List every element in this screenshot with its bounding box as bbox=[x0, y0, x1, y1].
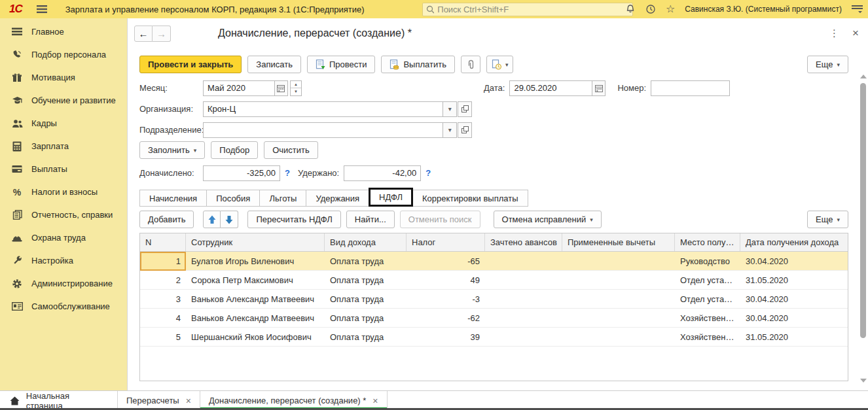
search-input[interactable] bbox=[437, 5, 629, 14]
sidebar-item-administrirovanie[interactable]: Администрирование bbox=[0, 272, 127, 295]
number-label: Номер: bbox=[617, 83, 646, 93]
scroll-up-icon[interactable] bbox=[860, 75, 867, 78]
service-menu-icon[interactable] bbox=[852, 5, 863, 14]
add-row-button[interactable]: Добавить bbox=[139, 211, 194, 228]
month-input[interactable] bbox=[203, 80, 275, 96]
sidebar-item-vyplaty[interactable]: Выплаты bbox=[0, 158, 127, 180]
table-row[interactable]: 3 Ваньков Александр Матвеевич Оплата тру… bbox=[140, 290, 848, 309]
sidebar-item-podbor-personala[interactable]: Подбор персонала bbox=[0, 43, 127, 66]
sidebar-item-otchetnost[interactable]: Отчетность, справки bbox=[0, 203, 127, 226]
column-header-income-date[interactable]: Дата получения дохода bbox=[740, 233, 848, 251]
sidebar-item-kadry[interactable]: Кадры bbox=[0, 112, 127, 135]
sidebar-item-label: Самообслуживание bbox=[31, 301, 110, 311]
home-page-tab[interactable]: Начальная страница bbox=[0, 391, 118, 410]
calendar-icon[interactable] bbox=[592, 80, 606, 96]
current-user[interactable]: Савинская З.Ю. (Системный программист) bbox=[685, 5, 842, 14]
table-more-button[interactable]: Еще▾ bbox=[807, 211, 848, 228]
tab-posobiya[interactable]: Пособия bbox=[206, 190, 260, 207]
withheld-label: Удержано: bbox=[298, 168, 339, 178]
chevron-down-icon[interactable]: ▾ bbox=[443, 122, 457, 138]
vertical-scrollbar[interactable] bbox=[859, 75, 867, 383]
accrued-input[interactable] bbox=[203, 165, 280, 181]
gear-icon bbox=[11, 279, 23, 289]
form-more-button[interactable]: Еще▾ bbox=[807, 56, 848, 73]
attachments-button[interactable] bbox=[461, 56, 480, 73]
open-item-icon[interactable] bbox=[458, 122, 472, 138]
column-header-employee[interactable]: Сотрудник bbox=[186, 233, 325, 251]
column-header-income-type[interactable]: Вид дохода bbox=[325, 233, 407, 251]
post-and-close-button[interactable]: Провести и закрыть bbox=[139, 56, 242, 73]
cancel-search-button: Отменить поиск bbox=[400, 211, 480, 228]
tab-nachisleniya[interactable]: Начисления bbox=[139, 190, 207, 207]
favorites-star-icon[interactable]: ☆ bbox=[666, 4, 675, 14]
date-label: Дата: bbox=[484, 83, 505, 93]
table-row[interactable]: 1 Булатов Игорь Виленович Оплата труда -… bbox=[140, 252, 848, 271]
step-up-icon[interactable]: ▲ bbox=[291, 81, 301, 89]
global-search[interactable] bbox=[422, 3, 633, 16]
find-button[interactable]: Найти... bbox=[346, 211, 395, 228]
notifications-bell-icon[interactable] bbox=[625, 4, 636, 14]
history-icon[interactable] bbox=[645, 4, 656, 14]
sidebar-item-motivatsiya[interactable]: Мотивация bbox=[0, 66, 127, 89]
close-tab-icon[interactable]: × bbox=[186, 396, 191, 406]
table-row[interactable]: 5 Шершанский Яков Иосифович Оплата труда… bbox=[140, 328, 848, 347]
department-input[interactable] bbox=[203, 122, 443, 138]
column-header-n[interactable]: N bbox=[140, 233, 186, 251]
history-back-button[interactable]: ← bbox=[134, 26, 153, 42]
tab-korrektirovki[interactable]: Корректировки выплаты bbox=[412, 190, 528, 207]
column-header-tax[interactable]: Налог bbox=[407, 233, 485, 251]
sidebar-item-nastroyka[interactable]: Настройка bbox=[0, 249, 127, 272]
help-icon[interactable]: ? bbox=[425, 168, 431, 178]
fill-button[interactable]: Заполнить▾ bbox=[139, 141, 205, 159]
section-panel: Главное Подбор персонала Мотивация Обуче… bbox=[0, 18, 128, 390]
move-up-button[interactable] bbox=[203, 211, 221, 228]
sidebar-item-ohrana-truda[interactable]: Охрана труда bbox=[0, 226, 127, 249]
undo-fixes-button[interactable]: Отмена исправлений▾ bbox=[494, 211, 602, 228]
window-tab-donachislenie[interactable]: Доначисление, перерасчет (создание) * × bbox=[200, 391, 388, 410]
tab-ndfl[interactable]: НДФЛ bbox=[369, 188, 413, 207]
sidebar-item-nalogi[interactable]: % Налоги и взносы bbox=[0, 180, 127, 203]
month-stepper[interactable]: ▲ ▼ bbox=[290, 80, 302, 96]
clear-button[interactable]: Очистить bbox=[264, 141, 318, 159]
help-icon[interactable]: ? bbox=[285, 168, 290, 178]
chevron-down-icon[interactable]: ▾ bbox=[443, 101, 457, 117]
department-field: ▾ bbox=[203, 122, 472, 138]
reminder-menu-button[interactable]: ▾ bbox=[486, 56, 514, 73]
withheld-input[interactable] bbox=[344, 165, 421, 181]
number-input[interactable] bbox=[651, 80, 730, 96]
sidebar-item-label: Мотивация bbox=[31, 73, 75, 82]
column-header-place[interactable]: Место полу… bbox=[675, 233, 740, 251]
sidebar-item-obuchenie[interactable]: Обучение и развитие bbox=[0, 89, 127, 112]
recalc-ndfl-button[interactable]: Пересчитать НДФЛ bbox=[247, 211, 340, 228]
document-header: ← → Доначисление, перерасчет (создание) … bbox=[134, 24, 859, 43]
pick-button[interactable]: Подбор bbox=[211, 141, 258, 159]
scroll-down-icon[interactable] bbox=[860, 379, 867, 383]
table-row[interactable]: 4 Ваньков Александр Матвеевич Оплата тру… bbox=[140, 309, 848, 328]
sidebar-item-glavnoe[interactable]: Главное bbox=[0, 20, 127, 43]
column-header-advance[interactable]: Зачтено авансов bbox=[485, 233, 562, 251]
calendar-icon[interactable] bbox=[275, 80, 288, 96]
post-button[interactable]: Провести bbox=[307, 56, 376, 73]
move-down-button[interactable] bbox=[221, 211, 238, 228]
sidebar-item-samoobsluzhivanie[interactable]: Самообслуживание bbox=[0, 295, 127, 318]
date-input[interactable] bbox=[509, 80, 592, 96]
window-tab-pereraschety[interactable]: Перерасчеты × bbox=[118, 391, 200, 410]
wrench-icon bbox=[11, 256, 23, 265]
table-row[interactable]: 2 Сорока Петр Максимович Оплата труда 49… bbox=[140, 271, 848, 290]
main-menu-icon[interactable] bbox=[37, 5, 47, 13]
close-icon[interactable]: × bbox=[852, 27, 859, 40]
sidebar-item-zarplata[interactable]: Зарплата bbox=[0, 135, 127, 158]
scrollbar-thumb[interactable] bbox=[860, 83, 866, 338]
close-tab-icon[interactable]: × bbox=[372, 396, 378, 406]
sidebar-item-label: Отчетность, справки bbox=[31, 210, 113, 220]
column-header-deductions[interactable]: Примененные вычеты bbox=[562, 233, 675, 251]
pay-button[interactable]: Выплатить bbox=[381, 56, 455, 73]
tab-uderzhaniya[interactable]: Удержания bbox=[306, 190, 369, 207]
organization-input[interactable] bbox=[203, 101, 443, 117]
history-forward-button[interactable]: → bbox=[153, 26, 171, 42]
step-down-icon[interactable]: ▼ bbox=[291, 88, 301, 95]
tab-lgoty[interactable]: Льготы bbox=[259, 190, 306, 207]
write-button[interactable]: Записать bbox=[247, 56, 301, 73]
more-actions-icon[interactable]: ⋮ bbox=[829, 27, 839, 39]
open-item-icon[interactable] bbox=[458, 101, 472, 117]
